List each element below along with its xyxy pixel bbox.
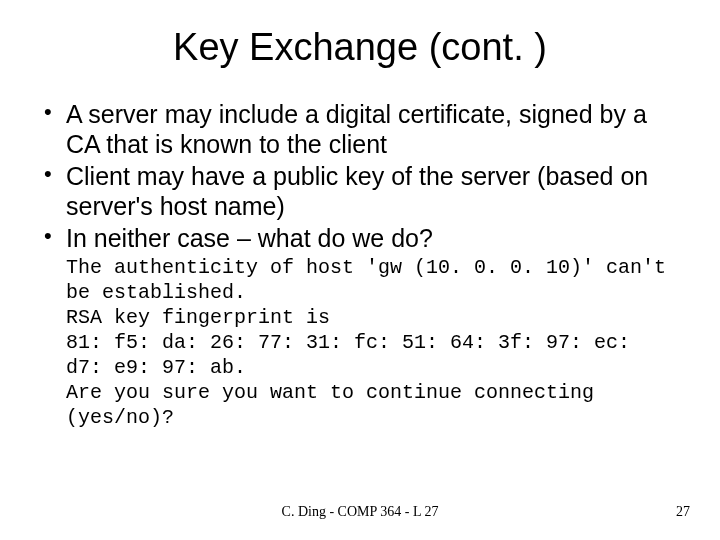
bullet-list: A server may include a digital certifica…	[36, 99, 684, 253]
bullet-item: Client may have a public key of the serv…	[44, 161, 684, 221]
slide-title: Key Exchange (cont. )	[36, 26, 684, 69]
bullet-item: A server may include a digital certifica…	[44, 99, 684, 159]
slide: Key Exchange (cont. ) A server may inclu…	[0, 0, 720, 540]
terminal-text: The authenticity of host 'gw (10. 0. 0. …	[66, 255, 674, 430]
page-number: 27	[676, 504, 690, 520]
footer-text: C. Ding - COMP 364 - L 27	[0, 504, 720, 520]
bullet-item: In neither case – what do we do?	[44, 223, 684, 253]
